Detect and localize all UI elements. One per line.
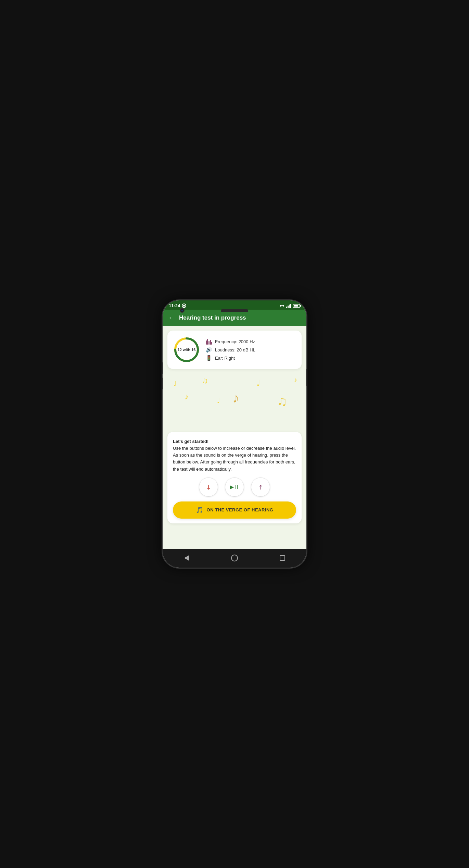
phone-frame: 11:24 ▾▾ (163, 300, 306, 568)
progress-ring: 12 with 16 (173, 336, 200, 363)
back-button[interactable]: ← (168, 314, 175, 322)
speaker (221, 309, 248, 312)
verge-button-label: ON THE VERGE OF HEARING (207, 507, 274, 512)
loudness-row: 🔊 Loudness: 20 dB HL (206, 347, 255, 353)
decrease-volume-button[interactable]: ↘ (199, 478, 218, 497)
info-card: 12 with 16 Frequency: 2000 Hz (167, 331, 302, 369)
play-pause-icon: ▶⏸ (230, 484, 239, 490)
loudness-icon: 🔊 (206, 347, 212, 353)
frequency-label: Frequency: 2000 Hz (215, 339, 255, 344)
increase-volume-button[interactable]: ↗ (251, 478, 270, 497)
battery-icon (293, 304, 300, 308)
power-button (306, 369, 306, 386)
camera (180, 308, 185, 313)
verge-of-hearing-button[interactable]: 🎵 ON THE VERGE OF HEARING (173, 501, 296, 519)
ear-row: 🚦 Ear: Right (206, 355, 255, 361)
wifi-icon: ▾▾ (280, 303, 284, 308)
verge-icon: 🎵 (196, 506, 203, 514)
phone-screen: 11:24 ▾▾ (163, 300, 306, 568)
play-pause-button[interactable]: ▶⏸ (225, 478, 244, 497)
status-time: 11:24 (169, 303, 186, 308)
nav-recents-icon (280, 555, 285, 561)
music-note-8: ♪ (294, 376, 297, 384)
app-bar: ← Hearing test in progress (163, 310, 306, 326)
music-note-4: ♩ (217, 397, 220, 405)
nav-recents-button[interactable] (278, 553, 287, 563)
test-info: Frequency: 2000 Hz 🔊 Loudness: 20 dB HL … (206, 338, 255, 361)
status-bar: 11:24 ▾▾ (163, 300, 306, 310)
instructions-card: Let's get started! Use the buttons below… (167, 432, 302, 523)
app-title: Hearing test in progress (179, 314, 246, 321)
ear-icon: 🚦 (206, 355, 212, 361)
time-display: 11:24 (169, 303, 180, 308)
instructions-body: Use the buttons below to increase or dec… (173, 446, 296, 471)
music-note-1: ♩ (174, 380, 176, 387)
status-icons: ▾▾ (280, 303, 300, 308)
loudness-label: Loudness: 20 dB HL (215, 347, 255, 352)
frequency-row: Frequency: 2000 Hz (206, 338, 255, 345)
volume-up-button (163, 362, 163, 374)
ear-label: Ear: Right (215, 356, 235, 361)
music-note-2: ♪ (185, 392, 189, 401)
volume-down-button (163, 377, 163, 389)
signal-icon (286, 304, 291, 308)
controls-row: ↘ ▶⏸ ↗ (173, 478, 296, 497)
nav-home-button[interactable] (230, 553, 239, 563)
music-note-5: ♪ (232, 390, 239, 406)
decrease-volume-icon: ↘ (204, 483, 213, 492)
music-note-3: ♫ (202, 376, 208, 385)
nav-back-button[interactable] (182, 553, 191, 563)
music-note-7: ♫ (277, 394, 287, 409)
instructions-text: Let's get started! Use the buttons below… (173, 438, 296, 473)
frequency-icon (206, 338, 212, 345)
increase-volume-icon: ↗ (256, 483, 265, 492)
progress-text: 12 with 16 (178, 348, 196, 352)
music-notes-area: ♩ ♪ ♫ ♩ ♪ ♩ ♫ ♪ (167, 373, 302, 428)
main-content: 12 with 16 Frequency: 2000 Hz (163, 326, 306, 549)
nav-home-icon (231, 555, 238, 561)
music-note-6: ♩ (256, 378, 260, 388)
instructions-heading: Let's get started! (173, 439, 208, 444)
nav-bar (163, 549, 306, 568)
nav-back-icon (184, 555, 189, 561)
status-indicator-icon (182, 303, 186, 308)
